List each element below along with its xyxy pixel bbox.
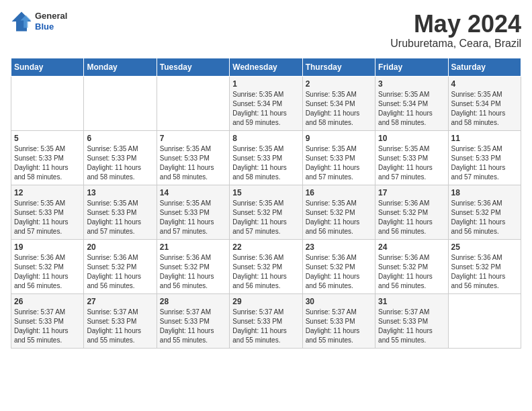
day-info: Sunrise: 5:37 AM Sunset: 5:33 PM Dayligh… [306,308,372,345]
day-number: 8 [232,134,299,143]
day-cell [448,293,521,348]
day-cell: 10Sunrise: 5:35 AM Sunset: 5:33 PM Dayli… [375,130,448,185]
logo-general: General [35,11,67,21]
day-number: 22 [232,242,299,252]
day-cell: 2Sunrise: 5:35 AM Sunset: 5:34 PM Daylig… [302,76,375,130]
day-number: 9 [306,134,372,143]
day-cell: 25Sunrise: 5:36 AM Sunset: 5:32 PM Dayli… [448,239,521,293]
day-cell: 30Sunrise: 5:37 AM Sunset: 5:33 PM Dayli… [302,293,375,348]
day-number: 23 [306,242,372,252]
day-info: Sunrise: 5:35 AM Sunset: 5:33 PM Dayligh… [160,199,226,236]
day-info: Sunrise: 5:35 AM Sunset: 5:32 PM Dayligh… [232,199,299,236]
day-info: Sunrise: 5:35 AM Sunset: 5:34 PM Dayligh… [378,90,445,128]
day-cell: 7Sunrise: 5:35 AM Sunset: 5:33 PM Daylig… [157,130,229,185]
day-number: 30 [306,297,372,306]
day-cell: 8Sunrise: 5:35 AM Sunset: 5:33 PM Daylig… [230,130,302,185]
day-cell [11,76,84,130]
calendar-table: SundayMondayTuesdayWednesdayThursdayFrid… [11,58,521,349]
day-cell: 11Sunrise: 5:35 AM Sunset: 5:33 PM Dayli… [448,130,521,185]
day-number: 28 [160,297,226,306]
day-cell: 14Sunrise: 5:35 AM Sunset: 5:33 PM Dayli… [157,185,229,239]
day-info: Sunrise: 5:35 AM Sunset: 5:33 PM Dayligh… [87,199,153,236]
day-number: 29 [232,297,299,306]
day-cell: 13Sunrise: 5:35 AM Sunset: 5:33 PM Dayli… [84,185,157,239]
title-area: May 2024 Uruburetama, Ceara, Brazil [390,11,521,50]
day-cell: 27Sunrise: 5:37 AM Sunset: 5:33 PM Dayli… [84,293,157,348]
day-info: Sunrise: 5:35 AM Sunset: 5:32 PM Dayligh… [306,199,372,236]
day-info: Sunrise: 5:37 AM Sunset: 5:33 PM Dayligh… [232,308,299,345]
day-number: 20 [87,242,153,252]
week-row-3: 12Sunrise: 5:35 AM Sunset: 5:33 PM Dayli… [11,185,521,239]
day-number: 14 [160,188,226,197]
day-number: 11 [451,134,518,143]
header-day-saturday: Saturday [448,58,521,76]
day-info: Sunrise: 5:35 AM Sunset: 5:33 PM Dayligh… [232,144,299,182]
day-number: 27 [87,297,153,306]
day-info: Sunrise: 5:35 AM Sunset: 5:34 PM Dayligh… [232,90,299,128]
day-number: 10 [378,134,445,143]
day-cell: 24Sunrise: 5:36 AM Sunset: 5:32 PM Dayli… [375,239,448,293]
day-number: 24 [378,242,445,252]
day-number: 21 [160,242,226,252]
day-number: 17 [378,188,445,197]
day-number: 19 [14,242,81,252]
day-number: 13 [87,188,153,197]
day-number: 12 [14,188,81,197]
header-day-tuesday: Tuesday [157,58,229,76]
day-info: Sunrise: 5:36 AM Sunset: 5:32 PM Dayligh… [160,253,226,291]
day-number: 25 [451,242,518,252]
week-row-4: 19Sunrise: 5:36 AM Sunset: 5:32 PM Dayli… [11,239,521,293]
day-info: Sunrise: 5:37 AM Sunset: 5:33 PM Dayligh… [160,308,226,345]
day-cell [84,76,157,130]
day-info: Sunrise: 5:36 AM Sunset: 5:32 PM Dayligh… [87,253,153,291]
day-cell: 3Sunrise: 5:35 AM Sunset: 5:34 PM Daylig… [375,76,448,130]
day-info: Sunrise: 5:35 AM Sunset: 5:33 PM Dayligh… [306,144,372,182]
day-cell [157,76,229,130]
day-info: Sunrise: 5:36 AM Sunset: 5:32 PM Dayligh… [451,253,518,291]
day-info: Sunrise: 5:37 AM Sunset: 5:33 PM Dayligh… [87,308,153,345]
day-number: 6 [87,134,153,143]
header-row: SundayMondayTuesdayWednesdayThursdayFrid… [11,58,521,76]
day-cell: 29Sunrise: 5:37 AM Sunset: 5:33 PM Dayli… [230,293,302,348]
logo: General Blue [11,11,67,32]
day-cell: 1Sunrise: 5:35 AM Sunset: 5:34 PM Daylig… [230,76,302,130]
day-cell: 6Sunrise: 5:35 AM Sunset: 5:33 PM Daylig… [84,130,157,185]
day-number: 16 [306,188,372,197]
day-cell: 22Sunrise: 5:36 AM Sunset: 5:32 PM Dayli… [230,239,302,293]
day-cell: 20Sunrise: 5:36 AM Sunset: 5:32 PM Dayli… [84,239,157,293]
week-row-1: 1Sunrise: 5:35 AM Sunset: 5:34 PM Daylig… [11,76,521,130]
day-number: 18 [451,188,518,197]
day-cell: 16Sunrise: 5:35 AM Sunset: 5:32 PM Dayli… [302,185,375,239]
day-number: 5 [14,134,81,143]
day-info: Sunrise: 5:37 AM Sunset: 5:33 PM Dayligh… [14,308,81,345]
day-info: Sunrise: 5:36 AM Sunset: 5:32 PM Dayligh… [378,253,445,291]
day-number: 26 [14,297,81,306]
week-row-2: 5Sunrise: 5:35 AM Sunset: 5:33 PM Daylig… [11,130,521,185]
day-number: 2 [306,79,372,89]
day-info: Sunrise: 5:35 AM Sunset: 5:33 PM Dayligh… [14,199,81,236]
day-info: Sunrise: 5:35 AM Sunset: 5:33 PM Dayligh… [378,144,445,182]
day-cell: 5Sunrise: 5:35 AM Sunset: 5:33 PM Daylig… [11,130,84,185]
day-cell: 15Sunrise: 5:35 AM Sunset: 5:32 PM Dayli… [230,185,302,239]
logo-blue: Blue [35,21,67,32]
day-info: Sunrise: 5:36 AM Sunset: 5:32 PM Dayligh… [451,199,518,236]
day-number: 3 [378,79,445,89]
day-cell: 19Sunrise: 5:36 AM Sunset: 5:32 PM Dayli… [11,239,84,293]
day-cell: 28Sunrise: 5:37 AM Sunset: 5:33 PM Dayli… [157,293,229,348]
day-info: Sunrise: 5:35 AM Sunset: 5:34 PM Dayligh… [306,90,372,128]
day-cell: 31Sunrise: 5:37 AM Sunset: 5:33 PM Dayli… [375,293,448,348]
week-row-5: 26Sunrise: 5:37 AM Sunset: 5:33 PM Dayli… [11,293,521,348]
day-info: Sunrise: 5:36 AM Sunset: 5:32 PM Dayligh… [14,253,81,291]
header: General Blue May 2024 Uruburetama, Ceara… [11,11,521,50]
day-info: Sunrise: 5:37 AM Sunset: 5:33 PM Dayligh… [378,308,445,345]
day-info: Sunrise: 5:35 AM Sunset: 5:33 PM Dayligh… [14,144,81,182]
logo-icon [11,11,32,32]
day-number: 7 [160,134,226,143]
day-info: Sunrise: 5:35 AM Sunset: 5:33 PM Dayligh… [451,144,518,182]
day-cell: 4Sunrise: 5:35 AM Sunset: 5:34 PM Daylig… [448,76,521,130]
month-title: May 2024 [390,11,521,38]
day-info: Sunrise: 5:36 AM Sunset: 5:32 PM Dayligh… [306,253,372,291]
day-cell: 23Sunrise: 5:36 AM Sunset: 5:32 PM Dayli… [302,239,375,293]
header-day-sunday: Sunday [11,58,84,76]
header-day-thursday: Thursday [302,58,375,76]
